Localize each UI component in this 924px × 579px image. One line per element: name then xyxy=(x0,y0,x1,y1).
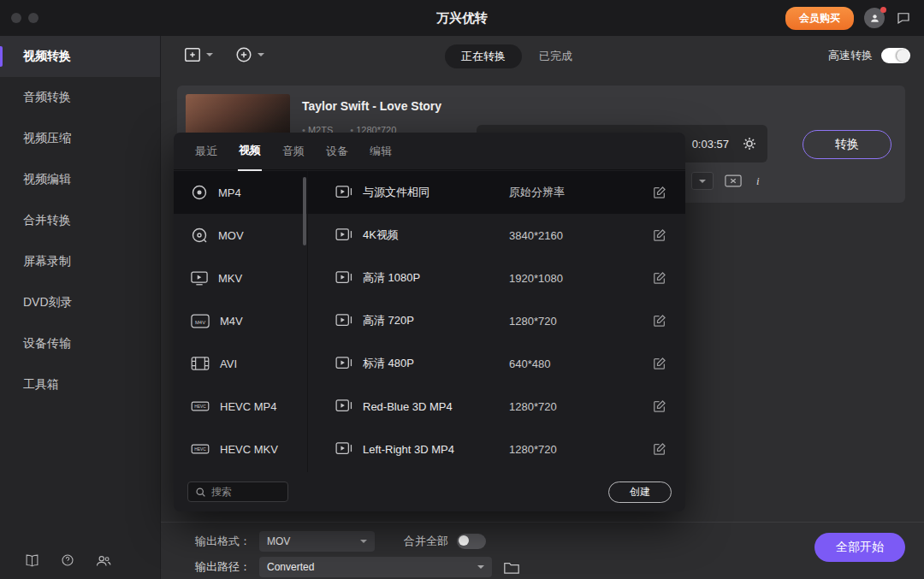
add-disc-icon xyxy=(234,45,253,64)
format-popup-tabs: 最近 视频 音频 设备 编辑 xyxy=(174,133,685,170)
search-input[interactable] xyxy=(211,486,281,498)
format-item-m4v[interactable]: M4V M4V xyxy=(174,299,307,342)
tab-device[interactable]: 设备 xyxy=(325,133,349,170)
output-path-select[interactable]: Converted xyxy=(259,557,492,577)
format-item-hevc-mkv[interactable]: HEVC HEVC MKV xyxy=(174,428,307,470)
task-duration: 0:03:57 xyxy=(692,138,729,151)
target-format-dropdown[interactable] xyxy=(691,172,714,190)
svg-text:HEVC: HEVC xyxy=(194,405,206,409)
add-file-button[interactable] xyxy=(183,45,213,64)
tab-audio[interactable]: 音频 xyxy=(281,133,305,170)
person-icon xyxy=(869,13,880,24)
mkv-icon xyxy=(191,271,208,286)
mp4-icon xyxy=(191,184,208,201)
format-item-hevc-mp4[interactable]: HEVC HEVC MP4 xyxy=(174,385,307,428)
sidebar-item-video-convert[interactable]: 视频转换 xyxy=(0,36,160,77)
sidebar-item-merge-convert[interactable]: 合并转换 xyxy=(0,200,160,241)
edit-icon[interactable] xyxy=(653,399,666,413)
notification-badge xyxy=(880,7,886,13)
tab-video[interactable]: 视频 xyxy=(238,132,262,171)
guide-book-icon[interactable] xyxy=(25,553,39,567)
format-item-avi[interactable]: AVI xyxy=(174,342,307,385)
format-item-mkv[interactable]: MKV xyxy=(174,257,307,299)
sidebar-item-toolbox[interactable]: 工具箱 xyxy=(0,364,160,405)
preset-name: 标清 480P xyxy=(363,356,509,371)
format-select-popup: 最近 视频 音频 设备 编辑 MP4 MOV MKV xyxy=(174,133,685,511)
edit-icon[interactable] xyxy=(653,357,666,370)
output-format-row: 输出格式： MOV 合并全部 xyxy=(195,531,486,552)
start-all-button[interactable]: 全部开始 xyxy=(814,533,905,562)
preset-name: 4K视频 xyxy=(363,227,509,243)
sidebar-item-video-compress[interactable]: 视频压缩 xyxy=(0,118,160,159)
task-title: Taylor Swift - Love Story xyxy=(302,99,441,113)
tab-finished[interactable]: 已完成 xyxy=(534,44,578,68)
video-preset-icon xyxy=(335,357,352,370)
svg-text:M4V: M4V xyxy=(195,319,205,324)
format-label: HEVC MKV xyxy=(220,443,278,456)
edit-icon[interactable] xyxy=(653,271,666,285)
preset-list: 与源文件相同 原始分辨率 4K视频 3840*2160 高清 1080P 192… xyxy=(308,171,685,472)
preset-480p[interactable]: 标清 480P 640*480 xyxy=(308,342,685,385)
format-label: MP4 xyxy=(218,186,241,199)
edit-icon[interactable] xyxy=(653,442,666,456)
convert-button[interactable]: 转换 xyxy=(803,130,891,159)
preset-1080p[interactable]: 高清 1080P 1920*1080 xyxy=(308,257,685,299)
task-row-controls: i xyxy=(691,172,763,190)
edit-icon[interactable] xyxy=(653,314,666,328)
edit-icon[interactable] xyxy=(653,186,666,199)
app-window: 万兴优转 会员购买 视频转换 音频转换 视频压缩 视频编辑 合并转换 屏幕录制 … xyxy=(0,0,924,579)
chevron-down-icon xyxy=(477,565,484,569)
create-custom-button[interactable]: 创建 xyxy=(608,482,672,503)
add-file-icon xyxy=(183,45,202,64)
preset-resolution: 1280*720 xyxy=(509,443,557,456)
community-icon[interactable] xyxy=(96,553,111,567)
format-item-mov[interactable]: MOV xyxy=(174,214,307,257)
titlebar-right: 会员购买 xyxy=(785,0,912,36)
preset-resolution: 640*480 xyxy=(509,357,550,370)
format-label: MOV xyxy=(218,229,244,242)
sidebar-item-dvd-burn[interactable]: DVD刻录 xyxy=(0,282,160,323)
preset-720p[interactable]: 高清 720P 1280*720 xyxy=(308,299,685,342)
search-icon xyxy=(195,487,206,498)
sidebar-item-device-transfer[interactable]: 设备传输 xyxy=(0,323,160,364)
chevron-down-icon xyxy=(258,53,264,56)
scrollbar[interactable] xyxy=(303,177,306,245)
merge-toggle[interactable] xyxy=(457,534,486,549)
video-preset-icon xyxy=(335,399,352,413)
account-avatar[interactable] xyxy=(864,8,885,28)
add-from-device-button[interactable] xyxy=(234,45,264,64)
high-speed-label: 高速转换 xyxy=(828,48,873,63)
membership-buy-button[interactable]: 会员购买 xyxy=(785,7,854,30)
preset-4k[interactable]: 4K视频 3840*2160 xyxy=(308,214,685,257)
chevron-down-icon xyxy=(206,53,213,56)
tab-converting[interactable]: 正在转换 xyxy=(445,44,522,68)
open-folder-icon[interactable] xyxy=(504,561,519,574)
info-icon[interactable]: i xyxy=(753,174,763,188)
video-preset-icon xyxy=(335,228,352,242)
help-icon[interactable] xyxy=(61,553,74,567)
sidebar-item-screen-record[interactable]: 屏幕录制 xyxy=(0,241,160,282)
gear-icon[interactable] xyxy=(743,137,756,151)
format-popup-footer: 创建 xyxy=(174,472,685,511)
sidebar: 视频转换 音频转换 视频压缩 视频编辑 合并转换 屏幕录制 DVD刻录 设备传输… xyxy=(0,36,161,579)
output-format-select[interactable]: MOV xyxy=(259,531,375,552)
tab-recent[interactable]: 最近 xyxy=(194,133,218,170)
output-format-label: 输出格式： xyxy=(195,534,251,549)
preset-red-blue-3d[interactable]: Red-Blue 3D MP4 1280*720 xyxy=(308,385,685,428)
preset-resolution: 1280*720 xyxy=(509,400,557,413)
format-item-mp4[interactable]: MP4 xyxy=(174,171,307,214)
message-icon[interactable] xyxy=(895,9,912,27)
preset-left-right-3d[interactable]: Left-Right 3D MP4 1280*720 xyxy=(308,428,685,470)
tab-edit[interactable]: 编辑 xyxy=(369,133,393,170)
toggle-knob xyxy=(459,535,469,546)
high-speed-toggle[interactable] xyxy=(881,48,910,63)
sidebar-item-video-edit[interactable]: 视频编辑 xyxy=(0,159,160,200)
subtitle-icon[interactable] xyxy=(725,174,742,187)
output-path-value: Converted xyxy=(267,561,314,573)
format-label: MKV xyxy=(218,272,242,285)
hevc-mp4-icon: HEVC xyxy=(191,399,210,413)
edit-icon[interactable] xyxy=(653,228,666,242)
preset-name: Red-Blue 3D MP4 xyxy=(363,400,509,413)
preset-same-as-source[interactable]: 与源文件相同 原始分辨率 xyxy=(308,171,685,214)
sidebar-item-audio-convert[interactable]: 音频转换 xyxy=(0,77,160,118)
